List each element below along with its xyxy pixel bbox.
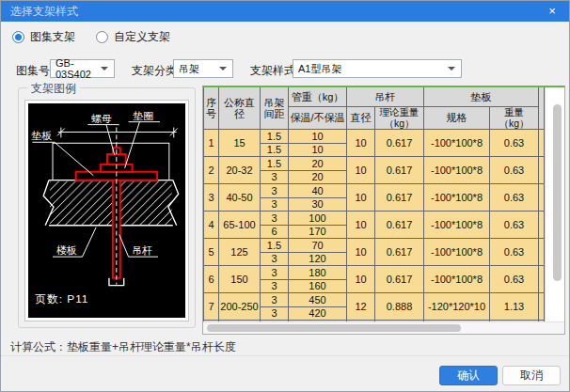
bracket-category-select[interactable]: 吊架 [173, 59, 233, 78]
cell-spacing: 33 [261, 293, 289, 321]
cell-diameter: 40-50 [219, 184, 261, 212]
bracket-spec-table-panel: 序 号 公称直径 吊架 间距 管重（kg） 保温/不保温 吊杆 直径 理论重量 … [202, 86, 565, 335]
radio-selected-icon [12, 31, 24, 43]
cell-plate-weight: 0.63 [490, 157, 539, 184]
cell-plate-weight: 0.63 [490, 184, 539, 212]
bracket-style-label: 支架样式 [250, 63, 295, 79]
cell-plate-weight: 0.63 [490, 239, 539, 266]
cell-diameter: 20-32 [219, 157, 261, 184]
cell-clipped [539, 293, 545, 321]
cell-clipped [539, 266, 545, 293]
cell-rod-weight: 0.617 [375, 239, 424, 266]
cell-rod-weight: 0.617 [375, 266, 424, 293]
radio-atlas-label: 图集支架 [30, 29, 75, 45]
bracket-spec-table: 序 号 公称直径 吊架 间距 管重（kg） 保温/不保温 吊杆 直径 理论重量 … [203, 87, 546, 321]
chevron-down-icon [219, 67, 227, 71]
col-header-rod: 吊杆 [347, 87, 424, 107]
cell-diameter: 125 [219, 239, 261, 266]
atlas-number-value: GB-03S402 [55, 57, 101, 80]
col-header-rod-diameter: 直径 [347, 107, 375, 130]
cell-diameter: 15 [219, 130, 261, 157]
cell-pipe-weight: 1010 [289, 130, 347, 157]
table-header: 序 号 公称直径 吊架 间距 管重（kg） 保温/不保温 吊杆 直径 理论重量 … [204, 87, 546, 130]
rod-label: 吊杆 [133, 244, 153, 256]
col-header-plate-spec: 规格 [424, 107, 490, 130]
cell-no: 1 [204, 130, 219, 157]
table-row[interactable]: 1 15 1.51.5 1010 10 0.617 -100*100*8 0.6… [204, 130, 546, 157]
atlas-number-select[interactable]: GB-03S402 [50, 59, 115, 78]
cell-plate-spec: -100*100*8 [424, 239, 490, 266]
chevron-down-icon [448, 67, 455, 71]
table-row[interactable]: 5 125 1.53 70120 10 0.617 -100*100*8 0.6… [204, 239, 546, 266]
col-header-clipped [539, 87, 545, 130]
footer-divider [1, 355, 569, 356]
legend-drawing-panel: 垫板 螺母 垫圈 楼板 吊杆 页数: P11 [24, 100, 189, 321]
cell-plate-weight: 0.63 [490, 130, 539, 157]
horizontal-scrollbar[interactable] [203, 321, 564, 334]
cell-clipped [539, 239, 545, 266]
page-number: 页数: P11 [35, 292, 88, 305]
cell-pipe-weight: 2020 [289, 157, 347, 184]
cell-plate-spec: -100*100*8 [424, 157, 490, 184]
col-header-no: 序 号 [204, 87, 219, 130]
cell-plate-spec: -120*120*10 [424, 293, 490, 321]
bracket-legend-groupbox: 支架图例 [18, 87, 196, 328]
vertical-scrollbar-thumb[interactable] [553, 104, 562, 281]
radio-custom-label: 自定义支架 [114, 29, 170, 45]
cell-rod-weight: 0.617 [375, 157, 424, 184]
cell-rod-weight: 0.617 [375, 130, 424, 157]
cell-diameter: 65-100 [219, 212, 261, 239]
cell-rod-diameter: 10 [347, 266, 375, 293]
radio-custom-bracket[interactable]: 自定义支架 [96, 29, 170, 45]
cell-rod-diameter: 10 [347, 157, 375, 184]
cancel-button[interactable]: 取消 [502, 366, 561, 385]
bracket-style-value: A1型吊架 [298, 62, 341, 76]
radio-atlas-bracket[interactable]: 图集支架 [12, 29, 75, 45]
cell-clipped [539, 212, 545, 239]
cell-rod-weight: 0.888 [375, 293, 424, 321]
cell-pipe-weight: 450420 [289, 293, 347, 321]
cell-spacing: 1.51.5 [261, 130, 289, 157]
table-row[interactable]: 7 200-250 33 450420 12 0.888 -120*120*10… [204, 293, 546, 321]
cell-no: 7 [204, 293, 219, 321]
cell-rod-diameter: 12 [347, 293, 375, 321]
bracket-category-value: 吊架 [179, 62, 199, 76]
table-row[interactable]: 3 40-50 33 4030 10 0.617 -100*100*8 0.63 [204, 184, 546, 212]
table-row[interactable]: 2 20-32 1.53 2020 10 0.617 -100*100*8 0.… [204, 157, 546, 184]
cell-rod-diameter: 10 [347, 130, 375, 157]
slab-label: 楼板 [56, 244, 77, 256]
cell-plate-spec: -100*100*8 [424, 266, 490, 293]
cell-plate-weight: 0.63 [490, 212, 539, 239]
cell-no: 5 [204, 239, 219, 266]
confirm-button[interactable]: 确认 [439, 366, 498, 385]
bracket-diagram: 垫板 螺母 垫圈 楼板 吊杆 页数: P11 [28, 103, 185, 318]
bracket-style-select[interactable]: A1型吊架 [293, 59, 462, 78]
col-header-pipe-weight-sub: 保温/不保温 [289, 107, 347, 130]
cell-no: 6 [204, 266, 219, 293]
cell-spacing: 33 [261, 266, 289, 293]
table-row[interactable]: 4 65-100 36 100170 10 0.617 -100*100*8 0… [204, 212, 546, 239]
cell-spacing: 33 [261, 184, 289, 212]
cell-no: 4 [204, 212, 219, 239]
titlebar[interactable]: 选择支架样式 × [1, 1, 569, 22]
plate-label: 垫板 [30, 130, 52, 141]
cell-spacing: 1.53 [261, 157, 289, 184]
col-header-rod-weight: 理论重量 （kg） [375, 107, 424, 130]
cell-clipped [539, 184, 545, 212]
cell-plate-weight: 0.63 [490, 266, 539, 293]
cell-rod-diameter: 10 [347, 239, 375, 266]
bracket-category-label: 支架分类 [132, 63, 177, 79]
vertical-scrollbar[interactable] [551, 89, 563, 320]
cell-rod-weight: 0.617 [375, 212, 424, 239]
cell-plate-spec: -100*100*8 [424, 184, 490, 212]
close-icon[interactable]: × [535, 1, 569, 22]
cell-diameter: 150 [219, 266, 261, 293]
horizontal-scrollbar-thumb[interactable] [207, 324, 461, 332]
cell-pipe-weight: 4030 [289, 184, 347, 212]
slab-hatch [43, 180, 178, 226]
cell-rod-diameter: 10 [347, 184, 375, 212]
table-row[interactable]: 6 150 33 180160 10 0.617 -100*100*8 0.63 [204, 266, 546, 293]
cell-diameter: 200-250 [219, 293, 261, 321]
col-header-diameter: 公称直径 [219, 87, 261, 130]
cell-no: 3 [204, 184, 219, 212]
